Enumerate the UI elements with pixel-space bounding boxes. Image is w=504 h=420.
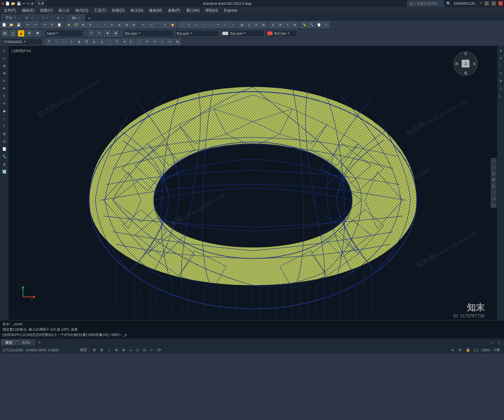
- std-btn18[interactable]: ⚙: [174, 38, 181, 45]
- view-forward[interactable]: ▷: [491, 202, 496, 208]
- std-btn14[interactable]: ↶: [144, 38, 151, 45]
- quick-access-plot[interactable]: 🖨: [31, 2, 34, 5]
- std-btn17[interactable]: ✂: [166, 38, 173, 45]
- layout-add-button[interactable]: +: [36, 340, 43, 345]
- tb-match[interactable]: ⚡: [65, 21, 72, 28]
- color-dropdown[interactable]: ByColor▼: [266, 30, 297, 37]
- menu-parameter[interactable]: 参数(P): [165, 7, 183, 14]
- right-btn7[interactable]: ▷: [497, 93, 504, 99]
- tb-spline[interactable]: 〜: [215, 21, 221, 28]
- tb-rectangle[interactable]: ▭: [193, 21, 200, 28]
- layer-dropdown1[interactable]: ByLayer▼: [123, 30, 174, 37]
- left-select-btn[interactable]: ↖: [1, 47, 8, 54]
- tb-explode[interactable]: 💥: [169, 21, 176, 28]
- tb-undo[interactable]: ↩: [25, 21, 32, 28]
- view-zoom-in[interactable]: +: [491, 158, 496, 164]
- left-calc-btn[interactable]: 🔢: [1, 168, 8, 175]
- menu-view[interactable]: 视图(V): [37, 7, 55, 14]
- tab-start[interactable]: 开始 ✕: [1, 14, 21, 21]
- tab-close-7[interactable]: ✕: [46, 16, 49, 20]
- tb-text[interactable]: T: [284, 21, 291, 28]
- osnap-btn[interactable]: ⊗: [121, 348, 126, 352]
- menu-file[interactable]: 文件(F): [1, 7, 19, 14]
- left-orbit-btn[interactable]: ↻: [1, 77, 8, 84]
- menu-express[interactable]: Express: [221, 8, 240, 13]
- std-btn7[interactable]: ⌀: [91, 38, 98, 45]
- hatch-btn4[interactable]: ⊗: [112, 30, 119, 37]
- hatch-pattern-dropdown[interactable]: hatch ▼: [45, 30, 83, 37]
- tb-open[interactable]: 📂: [8, 21, 15, 28]
- tab-close-8[interactable]: ✕: [61, 16, 64, 20]
- tb-help[interactable]: ?: [323, 21, 329, 28]
- std-btn2[interactable]: ↔: [53, 38, 60, 45]
- tab-8plus[interactable]: 8+ ✕: [68, 14, 85, 21]
- left-pan-btn[interactable]: ✥: [1, 70, 8, 77]
- view-extents[interactable]: ⊡: [491, 171, 496, 176]
- tb-boundary[interactable]: ⊡: [253, 21, 260, 28]
- ducs-btn[interactable]: U: [135, 348, 140, 352]
- tb-trim[interactable]: ✂: [140, 21, 147, 28]
- menu-edit[interactable]: 编辑(E): [19, 7, 37, 14]
- style-dropdown[interactable]: STANDARD ▼: [1, 38, 42, 45]
- user-account[interactable]: 15059991135...: [453, 2, 477, 5]
- quick-access-undo[interactable]: ↩: [22, 2, 25, 6]
- tb-offset[interactable]: ⇶: [123, 21, 130, 28]
- tb-polyline[interactable]: ⬡: [186, 21, 192, 28]
- left-walk-btn[interactable]: 🚶: [1, 93, 8, 99]
- tb-region[interactable]: ⊞: [260, 21, 267, 28]
- left-zoom-btn[interactable]: ⊕: [1, 62, 8, 69]
- tp-btn[interactable]: TP: [156, 348, 163, 352]
- search-box[interactable]: 输入关键字或词组: [407, 1, 444, 7]
- tb-scale[interactable]: ⤢: [101, 21, 108, 28]
- tb-erase[interactable]: ⌫: [72, 21, 79, 28]
- right-btn1[interactable]: ⊕: [497, 47, 504, 54]
- hatch-icon3[interactable]: ▲: [18, 30, 25, 37]
- left-layer-btn[interactable]: 📑: [1, 145, 8, 152]
- std-btn1[interactable]: T: [45, 38, 52, 45]
- minimize-button[interactable]: ─: [484, 1, 489, 6]
- menu-insert[interactable]: 插入(I): [56, 7, 72, 14]
- tb-array[interactable]: ⊞: [130, 21, 137, 28]
- menu-modify[interactable]: 修改(M): [146, 7, 165, 14]
- left-text-btn[interactable]: T: [1, 123, 8, 130]
- std-btn4[interactable]: ±: [68, 38, 75, 45]
- view-zoom-out[interactable]: -: [491, 164, 496, 170]
- tb-properties[interactable]: 🔧: [308, 21, 315, 28]
- decimal-label[interactable]: 小数: [492, 347, 501, 353]
- tb-fillet[interactable]: ⌒: [154, 21, 161, 28]
- left-plot-btn[interactable]: 🖨: [1, 161, 8, 167]
- right-btn4[interactable]: ↻: [497, 70, 504, 77]
- quick-access-new[interactable]: 📄: [5, 2, 10, 6]
- tb-ellipse[interactable]: ⬭: [222, 21, 229, 28]
- tb-copy[interactable]: ⎘: [49, 21, 55, 28]
- view-orbit[interactable]: ↻: [491, 183, 496, 189]
- tb-paste[interactable]: 📋: [56, 21, 63, 28]
- hatch-icon5[interactable]: ✱: [34, 30, 41, 37]
- left-record-btn[interactable]: ⏺: [1, 108, 8, 115]
- tb-save[interactable]: 💾: [15, 21, 22, 28]
- close-button[interactable]: ✕: [498, 1, 503, 6]
- tb-block[interactable]: ⊟: [270, 21, 277, 28]
- tb-move[interactable]: ✥: [80, 21, 87, 28]
- zoom-lock-btn[interactable]: 🔒: [465, 348, 472, 352]
- std-btn5[interactable]: ⊕: [76, 38, 83, 45]
- std-btn10[interactable]: Y: [113, 38, 120, 45]
- std-btn15[interactable]: ↷: [151, 38, 158, 45]
- drawing-svg[interactable]: [9, 46, 497, 320]
- tab-9[interactable]: 9° ✕: [21, 14, 37, 21]
- hatch-btn3[interactable]: ⊕: [104, 30, 111, 37]
- std-btn16[interactable]: ⌖: [159, 38, 166, 45]
- std-btn11[interactable]: ✦: [121, 38, 128, 45]
- std-btn8[interactable]: ∠: [98, 38, 105, 45]
- menu-tools[interactable]: 工具(T): [91, 7, 109, 14]
- tab-close-9[interactable]: ✕: [31, 16, 33, 20]
- tab-close-8plus[interactable]: ✕: [78, 16, 81, 20]
- lw-btn[interactable]: ═: [149, 348, 154, 352]
- view-home[interactable]: ⌂: [491, 190, 496, 195]
- quick-access-save[interactable]: 💾: [17, 2, 21, 6]
- dyn-btn[interactable]: D: [142, 348, 147, 352]
- ortho-btn[interactable]: ⊥: [106, 348, 112, 352]
- hatch-icon4[interactable]: ⚙: [26, 30, 33, 37]
- workspace-btn[interactable]: ⚙: [457, 348, 463, 352]
- hatch-icon2[interactable]: ▒: [9, 30, 16, 37]
